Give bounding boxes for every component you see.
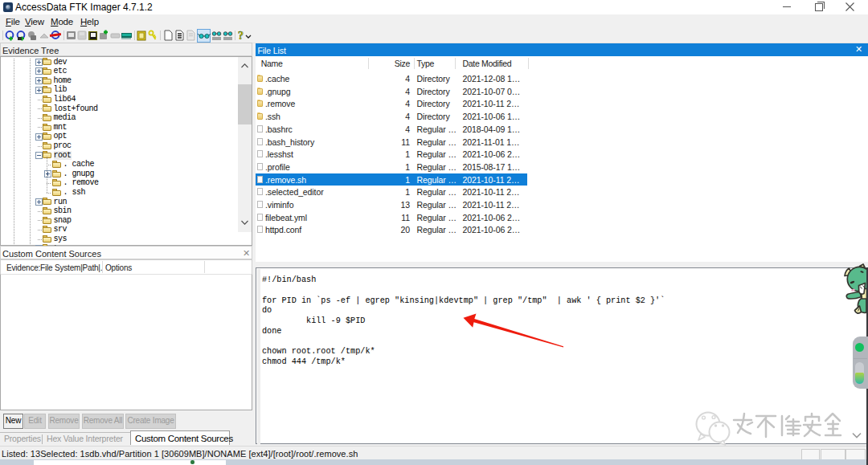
svg-text:?: ? <box>238 30 244 42</box>
